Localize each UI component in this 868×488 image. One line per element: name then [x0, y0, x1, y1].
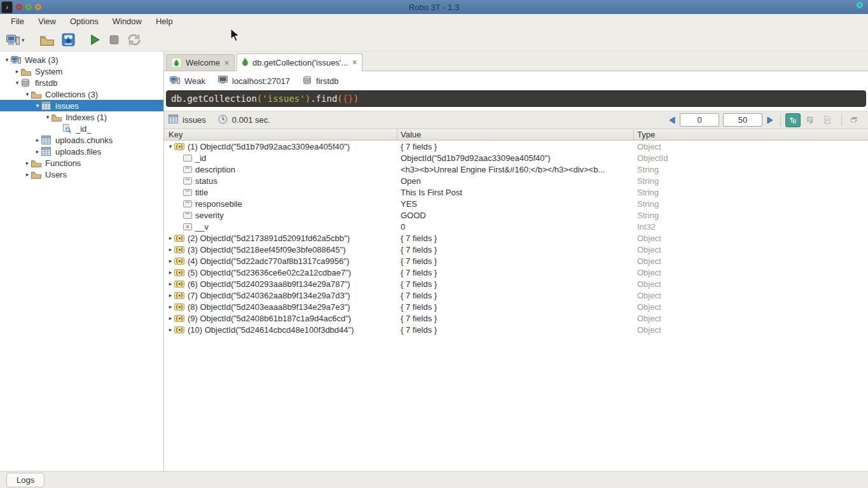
expander-icon[interactable]: ▸ [24, 171, 31, 178]
tree-item-uploads-files[interactable]: ▸uploads.files [0, 146, 163, 157]
execute-button[interactable] [88, 32, 102, 47]
menu-file[interactable]: File [4, 15, 31, 28]
close-icon[interactable]: × [352, 58, 357, 67]
expander-icon[interactable]: ▸ [167, 268, 174, 276]
open-in-window-button[interactable] [846, 113, 862, 127]
orientation-button[interactable] [126, 32, 142, 47]
tree-item-users[interactable]: ▸Users [0, 169, 163, 180]
tree-item-weak-3[interactable]: ▾Weak (3) [0, 54, 163, 66]
tree-item-firstdb[interactable]: ▾firstdb [0, 77, 163, 88]
expander-icon[interactable]: ▾ [44, 113, 52, 121]
collection-icon [41, 101, 52, 111]
window-maximize-icon[interactable] [35, 4, 41, 10]
text-view-button[interactable] [820, 113, 835, 127]
expander-icon[interactable]: ▸ [24, 159, 31, 167]
grid-row[interactable]: ""statusOpenString [164, 175, 868, 186]
expander-icon[interactable]: ▸ [167, 303, 174, 310]
cell-type: Object [634, 314, 868, 323]
tree-item-functions[interactable]: ▸Functions [0, 157, 163, 169]
terminal-app-icon[interactable]: › [1, 1, 13, 13]
breadcrumb-item-localhost-27017[interactable]: localhost:27017 [218, 76, 290, 86]
tab-query-active[interactable]: db.getCollection('issues'...× [237, 53, 362, 71]
tree-item-uploads-chunks[interactable]: ▸uploads.chunks [0, 134, 163, 146]
page-size-input[interactable] [723, 113, 762, 127]
connect-button[interactable]: ▾ [5, 32, 26, 47]
window-minimize-icon[interactable] [25, 4, 32, 10]
query-input[interactable]: db.getCollection('issues').find({}) [166, 90, 866, 107]
page-next-button[interactable] [764, 115, 776, 125]
cell-key: title [195, 188, 208, 197]
expander-icon[interactable]: ▾ [24, 90, 31, 98]
logs-button[interactable]: Logs [6, 473, 45, 487]
database-icon [303, 76, 312, 87]
menu-window[interactable]: Window [106, 15, 149, 28]
cell-key: (4) ObjectId("5d22adc770af8b1317ca9956") [188, 256, 349, 266]
grid-row[interactable]: ▸{}(10) ObjectId("5d24614cbcd48e100f3dbd… [164, 324, 868, 335]
tree-item-id[interactable]: _id_ [0, 123, 163, 134]
cell-type: Object [634, 325, 868, 335]
menu-view[interactable]: View [31, 15, 63, 28]
expander-icon[interactable]: ▸ [34, 136, 41, 144]
expander-icon[interactable]: ▸ [167, 280, 174, 288]
grid-row[interactable]: ▸{}(4) ObjectId("5d22adc770af8b1317ca995… [164, 255, 868, 267]
page-prev-button[interactable] [666, 115, 678, 125]
expander-icon[interactable]: ▸ [13, 67, 21, 75]
tab-welcome[interactable]: Welcome× [166, 54, 235, 71]
expander-icon[interactable]: ▾ [3, 56, 11, 64]
grid-row[interactable]: ▸{}(3) ObjectId("5d218eef45f09e3bfe08864… [164, 244, 868, 255]
menu-options[interactable]: Options [63, 15, 106, 28]
result-collection-name: issues [183, 115, 206, 125]
expander-icon[interactable]: ▸ [167, 257, 174, 265]
breadcrumb-item-firstdb[interactable]: firstdb [303, 76, 338, 87]
breadcrumb-item-weak[interactable]: Weak [170, 76, 205, 87]
cell-key: __v [195, 222, 209, 232]
expander-icon[interactable]: ▸ [167, 234, 174, 242]
grid-row[interactable]: ▸{}(6) ObjectId("5d240293aa8b9f134e29a78… [164, 278, 868, 289]
expander-icon[interactable]: ▸ [167, 326, 174, 333]
table-view-button[interactable] [803, 113, 818, 127]
open-button[interactable] [39, 33, 55, 47]
grid-row[interactable]: ▸{}(7) ObjectId("5d240362aa8b9f134e29a7d… [164, 289, 868, 301]
expander-icon[interactable]: ▸ [167, 291, 174, 299]
cell-value: { 7 fields } [397, 325, 634, 335]
grid-row[interactable]: ""responsebileYESString [164, 198, 868, 209]
window-close-icon[interactable] [16, 4, 22, 10]
cell-value: ObjectId("5d1b79d92aac3309ea405f40") [397, 153, 634, 163]
cell-key: (6) ObjectId("5d240293aa8b9f134e29a787") [188, 279, 350, 289]
save-button[interactable] [60, 32, 76, 48]
tree-item-issues[interactable]: ▾issues [0, 100, 163, 111]
page-offset-input[interactable] [680, 113, 719, 127]
expander-icon[interactable]: ▸ [167, 246, 174, 253]
grid-row[interactable]: ▸{}(8) ObjectId("5d2403eaaa8b9f134e29a7e… [164, 301, 868, 312]
close-icon[interactable]: × [224, 59, 230, 67]
grid-row[interactable]: ""description<h3><b>Unreal Engine First&… [164, 164, 868, 175]
expander-icon[interactable]: ▾ [167, 143, 174, 150]
tree-item-system[interactable]: ▸System [0, 66, 163, 77]
grid-row[interactable]: #__v0Int32 [164, 221, 868, 232]
menu-help[interactable]: Help [149, 15, 180, 28]
stop-button[interactable] [107, 33, 121, 46]
tree-item-indexes-1[interactable]: ▾Indexes (1) [0, 111, 163, 123]
column-header-value[interactable]: Value [397, 129, 634, 141]
tree-view-button[interactable] [785, 113, 801, 127]
expander-icon[interactable]: ▾ [34, 102, 41, 109]
column-header-key[interactable]: Key [164, 129, 397, 141]
grid-row[interactable]: ▸{}(2) ObjectId("5d2173891d52091fd62a5cb… [164, 232, 868, 244]
expander-icon[interactable]: ▾ [13, 79, 21, 87]
cell-value: 0 [397, 222, 634, 232]
expander-icon[interactable]: ▸ [167, 314, 174, 322]
grid-row[interactable]: ""severityGOODString [164, 209, 868, 221]
grid-row[interactable]: ""titleThis Is First PostString [164, 186, 868, 198]
grid-row[interactable]: ▸{}(5) ObjectId("5d23636ce6e02c2a12cdbae… [164, 267, 868, 278]
tree-item-collections-3[interactable]: ▾Collections (3) [0, 88, 163, 100]
query-token: db.getCollection [171, 94, 257, 104]
clock-icon [218, 115, 228, 126]
grid-row[interactable]: ▾{}(1) ObjectId("5d1b79d92aac3309ea405f4… [164, 141, 868, 152]
object-icon: {} [174, 303, 184, 310]
expander-icon[interactable]: ▸ [34, 148, 41, 155]
column-header-type[interactable]: Type [634, 129, 868, 141]
grid-row[interactable]: _idObjectId("5d1b79d92aac3309ea405f40")O… [164, 152, 868, 164]
collection-icon [169, 115, 178, 125]
grid-row[interactable]: ▸{}(9) ObjectId("5d2408b61b187c1a9d4ac6c… [164, 312, 868, 324]
window-menu-icon[interactable] [857, 2, 863, 8]
